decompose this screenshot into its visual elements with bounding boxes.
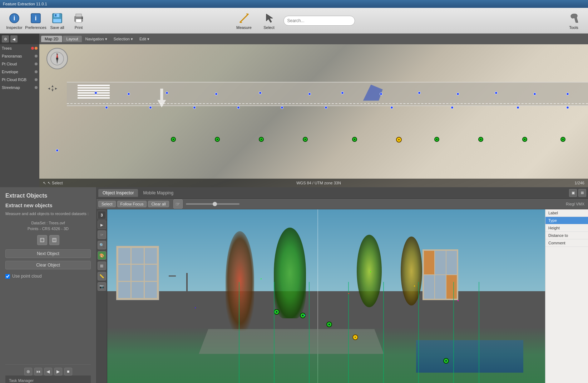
map-dot-22 (517, 106, 519, 109)
opacity-slider[interactable] (186, 203, 239, 205)
layer-item-envelope[interactable]: Envelope (0, 68, 39, 76)
tree-marker-4[interactable] (303, 137, 308, 142)
select-tool-btn[interactable]: Select (98, 201, 116, 207)
attr-label[interactable]: Label (545, 209, 588, 217)
tree-marker-yellow[interactable] (396, 137, 402, 143)
tree-marker-9[interactable] (560, 137, 565, 142)
tree-marker-8[interactable] (522, 137, 527, 142)
attr-distance[interactable]: Distance to (545, 232, 588, 239)
attr-comment[interactable]: Comment (545, 239, 588, 247)
extract-points: Points - CRS 4326 - 3D (5, 227, 91, 231)
square-button[interactable]: ■ (64, 368, 72, 375)
extract-icon-right[interactable] (49, 235, 59, 245)
dot-red (31, 47, 34, 50)
preferences-button[interactable]: i Preferences (25, 9, 46, 32)
slider-container (186, 203, 564, 205)
edit-menu[interactable]: Edit ▾ (137, 36, 152, 42)
stop-button[interactable]: ⊗ (24, 368, 32, 375)
tree-marker-7[interactable] (478, 137, 483, 142)
navigation-menu[interactable]: Navigation ▾ (83, 36, 110, 42)
pano-marker-4[interactable] (443, 358, 449, 364)
extract-desc: Measure and add objects to recorded data… (5, 211, 91, 217)
tree-marker-5[interactable] (352, 137, 357, 142)
nav-cross[interactable]: ▲ ▼ ◄ ► + (47, 84, 58, 94)
nav-compass[interactable]: N (46, 48, 68, 69)
pano-tool-color[interactable]: 🎨 (98, 251, 106, 260)
pano-play-btn[interactable]: ▶ (98, 220, 106, 229)
layer-item-ptcloudrgb[interactable]: Pt Cloud RGB (0, 76, 39, 84)
measure-button[interactable]: Measure (233, 9, 255, 32)
svg-rect-7 (55, 14, 56, 16)
hand-tool-btn[interactable]: ☞ (173, 199, 183, 209)
inspector-icon-btn-1[interactable]: ▣ (569, 189, 577, 197)
inspector-view: 3 ▶ ☞ 🔍 🎨 ⊞ 📏 📷 (97, 209, 588, 383)
prev-button[interactable]: ◀ (44, 368, 52, 375)
tree-marker-6[interactable] (434, 137, 439, 142)
tab-object-inspector[interactable]: Object Inspector (98, 189, 138, 197)
task-manager-bar[interactable]: Task Manager (5, 375, 91, 383)
bottom-panel: Extract Objects Extract new objects Meas… (0, 187, 588, 383)
pano-tool-measure[interactable]: 📏 (98, 272, 106, 280)
tree-marker-3[interactable] (259, 137, 264, 142)
next-object-button[interactable]: Next Object (5, 249, 91, 258)
tools-label: Tools (569, 25, 578, 30)
measure-label: Measure (236, 25, 252, 30)
tab-mobile-mapping[interactable]: Mobile Mapping (139, 189, 178, 197)
clear-object-button[interactable]: Clear Object (5, 261, 91, 269)
inspector-tab-group: Object Inspector Mobile Mapping (98, 189, 178, 197)
tab-layout[interactable]: Layout (63, 36, 82, 42)
layer-item-panoramas[interactable]: Panoramas (0, 52, 39, 60)
use-point-cloud-checkbox[interactable] (5, 274, 10, 279)
tools-button[interactable]: Tools (563, 9, 584, 32)
map-area: ⚙ ◀ Trees Panoramas Pt Cloud Envelope (0, 34, 588, 187)
svg-text:◄: ◄ (47, 86, 51, 90)
svg-line-15 (246, 15, 247, 17)
pano-tool-camera[interactable]: 📷 (98, 282, 106, 291)
scale-label: 1/246 (574, 181, 584, 185)
tab-map2d[interactable]: Map 2D (41, 36, 62, 42)
layer-item-streetmap[interactable]: Streetmap (0, 84, 39, 91)
layer-item-ptcloud[interactable]: Pt Cloud (0, 60, 39, 68)
print-icon (72, 12, 85, 25)
clear-all-btn[interactable]: Clear all (148, 201, 169, 207)
inspector-button[interactable]: i Inspector (4, 9, 25, 32)
print-button[interactable]: Print (68, 9, 89, 32)
extract-bottom-controls: ⊗ ⏮ ◀ ▶ ■ (5, 364, 91, 375)
save-all-button[interactable]: Save all (46, 9, 68, 32)
pano-tool-grid[interactable]: ⊞ (98, 262, 106, 270)
inspector-panel: Object Inspector Mobile Mapping ▣ ⊠ Sele… (97, 187, 588, 383)
select-tool-button[interactable]: Select (258, 9, 280, 32)
extract-icon-left[interactable] (37, 235, 47, 245)
sidebar-collapse-button[interactable]: ◀ (10, 35, 18, 43)
pano-view[interactable] (107, 209, 545, 383)
follow-focus-btn[interactable]: Follow Focus (117, 201, 147, 207)
first-button[interactable]: ⏮ (34, 368, 42, 375)
pano-tool-hand[interactable]: ☞ (98, 230, 106, 239)
map-dot-12 (533, 93, 536, 95)
pano-tool-zoom[interactable]: 🔍 (98, 241, 106, 249)
map-dot-5 (259, 91, 262, 94)
inspector-icon-btn-2[interactable]: ⊠ (578, 189, 586, 197)
tools-button-right[interactable]: Tools (563, 9, 584, 32)
settings-icon-small4 (35, 78, 38, 81)
selection-menu[interactable]: Selection ▾ (111, 36, 136, 42)
tree-marker-1[interactable] (171, 137, 176, 142)
map-dot-19 (325, 106, 327, 109)
select-indicator: ↖ ↖ Select (43, 181, 63, 185)
settings-icon-small3 (35, 70, 38, 73)
map-content: Map 2D Layout Navigation ▾ Selection ▾ E… (39, 34, 588, 187)
next-button[interactable]: ▶ (54, 368, 62, 375)
slider-thumb[interactable] (213, 202, 217, 206)
layer-item-trees[interactable]: Trees (0, 44, 39, 52)
attr-type[interactable]: Type (545, 217, 588, 224)
pc-scatter (107, 264, 545, 336)
map-view[interactable]: 3 N ▲ (39, 44, 588, 187)
select-status-label: ↖ Select (48, 181, 63, 185)
crs-label: WGS 84 / UTM zone 33N (296, 181, 341, 185)
search-input[interactable] (283, 16, 355, 26)
inspector-label: Inspector (6, 25, 22, 30)
sidebar-settings-button[interactable]: ⚙ (2, 35, 9, 43)
attr-height[interactable]: Height (545, 224, 588, 232)
tree-marker-2[interactable] (215, 137, 220, 142)
use-point-cloud-row[interactable]: Use point cloud (5, 274, 91, 279)
